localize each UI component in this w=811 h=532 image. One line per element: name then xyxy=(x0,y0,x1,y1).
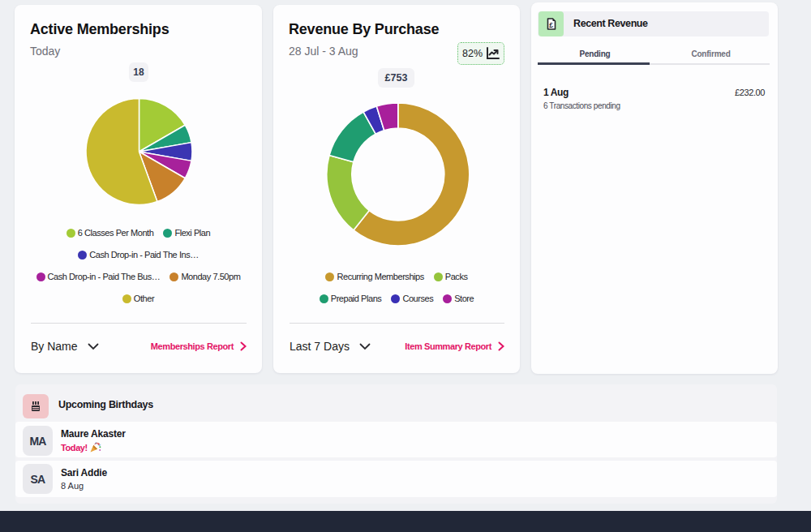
svg-text:£: £ xyxy=(549,21,553,29)
